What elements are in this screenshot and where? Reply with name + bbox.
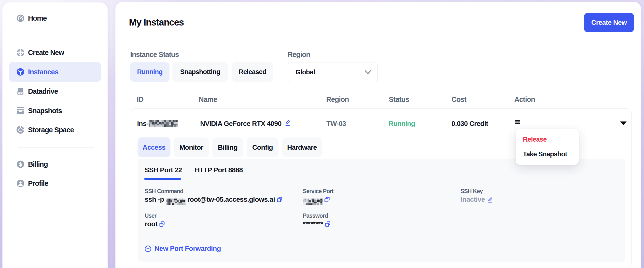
svg-text:$: $	[19, 162, 22, 167]
